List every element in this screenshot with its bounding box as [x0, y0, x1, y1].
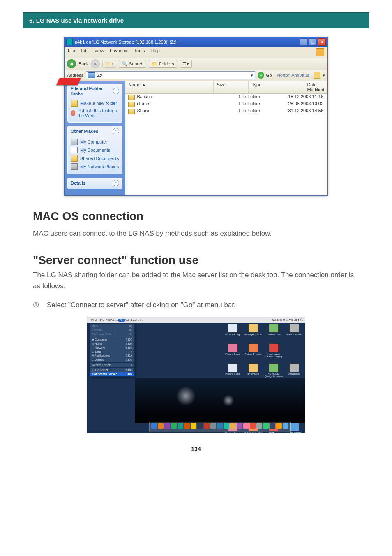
- go-menu-item[interactable]: Back⌘[: [90, 324, 134, 328]
- table-row[interactable]: BackupFile Folder18.12.2008 11:16: [125, 94, 327, 101]
- windows-explorer-screenshot: n4b1 on 'LG Network Storage (192.168.1.2…: [64, 37, 328, 196]
- collapse-button[interactable]: ˄: [113, 128, 119, 134]
- dock-item-icon[interactable]: [270, 423, 275, 429]
- menu-tools[interactable]: Tools: [134, 48, 145, 56]
- dock-item-icon[interactable]: [158, 423, 164, 429]
- menu-favorites[interactable]: Favorites: [110, 48, 128, 56]
- desktop-icon[interactable]: Picture 8…mac: [243, 343, 263, 362]
- dock-item-icon[interactable]: [224, 423, 229, 429]
- sidebar-item[interactable]: Publish this folder to the Web: [71, 107, 119, 119]
- forward-button[interactable]: ►: [91, 59, 100, 68]
- desktop-icon[interactable]: Autoinject 0.1.0: [243, 324, 263, 343]
- dock[interactable]: [149, 422, 291, 432]
- go-menu-item[interactable]: ⌂ Home⇧⌘H: [90, 342, 134, 346]
- file-icon: [228, 343, 238, 352]
- search-button[interactable]: 🔍 Search: [119, 60, 146, 68]
- mac-menu-finder[interactable]: Finder: [91, 319, 99, 322]
- go-menu-item[interactable]: □ Utilities⇧⌘U: [90, 358, 134, 362]
- file-icon: [269, 363, 279, 372]
- desktop-icon[interactable]: base40 0.23: [264, 324, 284, 343]
- dock-item-icon[interactable]: [256, 423, 262, 429]
- dock-item-icon[interactable]: [178, 423, 183, 429]
- col-type[interactable]: Type: [249, 81, 304, 93]
- col-name[interactable]: Name ▲: [125, 81, 214, 93]
- sidebar-item[interactable]: My Documents: [71, 146, 119, 154]
- dock-item-icon[interactable]: [243, 423, 249, 429]
- mac-menu-file[interactable]: File: [100, 319, 105, 322]
- dock-item-icon[interactable]: [263, 423, 269, 429]
- go-menu-item[interactable]: Forward⌘]: [90, 328, 134, 332]
- menu-edit[interactable]: Edit: [81, 48, 89, 56]
- go-menu[interactable]: Back⌘[Forward⌘]Enclosing Folder⌘↑■ Compu…: [90, 324, 135, 377]
- sidebar-item[interactable]: My Computer: [71, 138, 119, 146]
- close-button[interactable]: ×: [318, 38, 326, 46]
- go-menu-item[interactable]: A Applications⇧⌘A: [90, 354, 134, 358]
- menu-file[interactable]: File: [68, 48, 75, 56]
- fold-icon: [71, 155, 78, 162]
- dock-item-icon[interactable]: [197, 423, 203, 429]
- minimize-button[interactable]: _: [300, 38, 308, 46]
- go-button[interactable]: → Go: [258, 72, 272, 79]
- up-button[interactable]: 📁↑: [102, 60, 116, 68]
- folders-button[interactable]: 📁 Folders: [149, 60, 177, 68]
- mac-screenshot: Finder File Edit View Go Window Help 03.…: [87, 317, 305, 433]
- mac-menu-go[interactable]: Go: [118, 319, 125, 322]
- menu-help[interactable]: Help: [150, 48, 160, 56]
- back-button[interactable]: ◄: [67, 59, 76, 68]
- dock-item-icon[interactable]: [276, 423, 282, 429]
- menu-view[interactable]: View: [95, 48, 104, 56]
- desktop-icon[interactable]: Picture 4.png: [223, 324, 242, 343]
- red-icon: [71, 110, 75, 116]
- go-menu-item[interactable]: Connect to Server...⌘K: [90, 372, 134, 376]
- dock-item-icon[interactable]: [210, 423, 216, 429]
- sidebar-item[interactable]: Shared Documents: [71, 154, 119, 162]
- dock-item-icon[interactable]: [164, 423, 170, 429]
- mac-menu-edit[interactable]: Edit: [106, 319, 111, 322]
- mac-menu-bar: Finder File Edit View Go Window Help 03.…: [87, 317, 305, 323]
- fold-icon: [71, 100, 78, 107]
- desktop-icon[interactable]: [284, 343, 304, 362]
- dock-item-icon[interactable]: [230, 423, 236, 429]
- mac-menu-window[interactable]: Window: [125, 319, 136, 322]
- desktop-icon[interactable]: Macintosh HD: [284, 324, 304, 343]
- file-icon: [228, 324, 238, 333]
- col-date[interactable]: Date Modified: [304, 81, 327, 93]
- folder-icon: [128, 109, 135, 114]
- desktop-icon[interactable]: Picture 5.png: [223, 343, 242, 362]
- folder-icon: [128, 102, 135, 107]
- dock-item-icon[interactable]: [217, 423, 223, 429]
- go-menu-item[interactable]: □ iDisk›: [90, 350, 134, 354]
- file-icon: [248, 324, 258, 333]
- dock-item-icon[interactable]: [250, 423, 256, 429]
- collapse-button[interactable]: ˄: [113, 88, 119, 94]
- desktop-icon[interactable]: insert_open 13.cam…mpeq: [264, 343, 284, 362]
- mac-menu-help[interactable]: Help: [136, 319, 142, 322]
- maximize-button[interactable]: □: [309, 38, 317, 46]
- views-button[interactable]: ☰▾: [180, 60, 192, 68]
- go-menu-item[interactable]: Go to Folder...⇧⌘G: [90, 368, 134, 372]
- go-menu-item[interactable]: Recent Folders›: [90, 363, 134, 367]
- address-input[interactable]: Z:\ ▾: [86, 71, 255, 79]
- dock-item-icon[interactable]: [237, 423, 242, 429]
- table-row[interactable]: iTunesFile Folder28.05.2008 10:02: [125, 101, 327, 108]
- doc-icon: [71, 147, 78, 153]
- dock-item-icon[interactable]: [171, 423, 177, 429]
- go-menu-item[interactable]: Enclosing Folder⌘↑: [90, 332, 134, 336]
- col-size[interactable]: Size: [214, 81, 249, 93]
- server-connect-intro: The LG NAS sharing folder can be added t…: [33, 269, 359, 292]
- sidebar-item[interactable]: Make a new folder: [71, 99, 119, 107]
- dock-item-icon[interactable]: [204, 423, 210, 429]
- dock-item-icon[interactable]: [191, 423, 196, 429]
- dock-item-icon[interactable]: [283, 423, 288, 429]
- table-row[interactable]: ShareFile Folder31.12.2008 14:56: [125, 108, 327, 115]
- go-menu-item[interactable]: ⌐ Network⇧⌘K: [90, 346, 134, 350]
- go-menu-item[interactable]: ■ Computer⇧⌘C: [90, 338, 134, 342]
- window-title-text: n4b1 on 'LG Network Storage (192.168.1.2…: [75, 39, 177, 44]
- dock-item-icon[interactable]: [151, 423, 157, 429]
- task-pane: File and Folder Tasks ˄ Make a new folde…: [65, 81, 125, 195]
- toolbar: ◄ Back ► 📁↑ 🔍 Search 📁 Folders ☰▾: [65, 58, 327, 70]
- mac-menu-view[interactable]: View: [111, 319, 118, 322]
- expand-button[interactable]: ˅: [113, 180, 119, 186]
- sidebar-item[interactable]: My Network Places: [71, 162, 119, 171]
- dock-item-icon[interactable]: [184, 423, 190, 429]
